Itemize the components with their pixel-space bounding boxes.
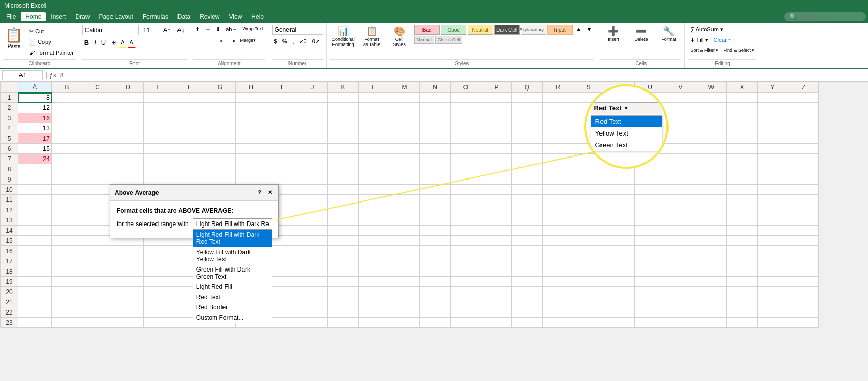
cell-M6[interactable] [389,144,420,154]
cell-Q18[interactable] [512,266,543,277]
cell-P21[interactable] [481,297,512,307]
cell-U13[interactable] [635,215,665,226]
cell-I4[interactable] [266,123,297,133]
cell-T15[interactable] [604,236,635,246]
cell-P19[interactable] [481,277,512,287]
cell-B11[interactable] [52,195,82,205]
cell-J15[interactable] [297,236,328,246]
cell-D2[interactable] [113,103,144,113]
cell-U8[interactable] [635,164,665,174]
style-dark-cell[interactable]: Dark Cell [494,25,520,35]
cell-D17[interactable] [113,256,144,266]
cell-S15[interactable] [573,236,604,246]
cell-O1[interactable] [451,93,481,103]
col-header-q[interactable]: Q [512,82,543,93]
styles-scroll-down[interactable]: ▼ [585,25,594,35]
row-header-15[interactable]: 15 [1,236,18,246]
cell-R22[interactable] [543,307,573,318]
row-header-6[interactable]: 6 [1,144,18,154]
cell-Y23[interactable] [758,318,788,328]
cell-C19[interactable] [82,277,113,287]
cell-P23[interactable] [481,318,512,328]
row-header-3[interactable]: 3 [1,113,18,123]
cell-C11[interactable] [82,195,113,205]
cell-Q23[interactable] [512,318,543,328]
orientation-button[interactable]: ab→ [224,25,239,34]
cell-B18[interactable] [52,266,82,277]
cell-Y11[interactable] [758,195,788,205]
cell-Q11[interactable] [512,195,543,205]
cell-Y6[interactable] [758,144,788,154]
cell-V20[interactable] [665,287,696,297]
cell-K14[interactable] [328,226,359,236]
cell-J8[interactable] [297,164,328,174]
cell-X21[interactable] [727,297,758,307]
cell-Y8[interactable] [758,164,788,174]
cell-O17[interactable] [451,256,481,266]
cell-J10[interactable] [297,185,328,195]
cell-O19[interactable] [451,277,481,287]
cell-W16[interactable] [696,246,727,256]
cell-U21[interactable] [635,297,665,307]
cell-U6[interactable] [635,144,665,154]
styles-scroll-up[interactable]: ▲ [574,25,584,35]
cell-B6[interactable] [52,144,82,154]
cell-J4[interactable] [297,123,328,133]
cell-C23[interactable] [82,318,113,328]
cell-a15[interactable] [18,236,52,246]
cell-R18[interactable] [543,266,573,277]
cell-E22[interactable] [144,307,174,318]
cell-X2[interactable] [727,103,758,113]
cell-R8[interactable] [543,164,573,174]
cell-X4[interactable] [727,123,758,133]
cell-X8[interactable] [727,164,758,174]
cell-U14[interactable] [635,226,665,236]
row-header-13[interactable]: 13 [1,215,18,226]
cell-J3[interactable] [297,113,328,123]
cell-T13[interactable] [604,215,635,226]
cell-N8[interactable] [420,164,451,174]
cell-P8[interactable] [481,164,512,174]
cell-Z4[interactable] [788,123,819,133]
cell-B1[interactable] [52,93,82,103]
cell-L23[interactable] [359,318,389,328]
col-header-b[interactable]: B [52,82,82,93]
cell-T6[interactable] [604,144,635,154]
cell-M14[interactable] [389,226,420,236]
cell-D3[interactable] [113,113,144,123]
cell-Z23[interactable] [788,318,819,328]
number-format-select[interactable] [272,25,323,35]
cell-O23[interactable] [451,318,481,328]
cell-Q6[interactable] [512,144,543,154]
cell-P18[interactable] [481,266,512,277]
cell-W13[interactable] [696,215,727,226]
cell-a11[interactable] [18,195,52,205]
cell-Q16[interactable] [512,246,543,256]
cell-D9[interactable] [113,174,144,185]
cell-a8[interactable] [18,164,52,174]
cell-B3[interactable] [52,113,82,123]
cell-V14[interactable] [665,226,696,236]
cell-U19[interactable] [635,277,665,287]
cell-C21[interactable] [82,297,113,307]
cell-J22[interactable] [297,307,328,318]
cell-D5[interactable] [113,133,144,144]
cell-W15[interactable] [696,236,727,246]
cell-R10[interactable] [543,185,573,195]
cell-T3[interactable] [604,113,635,123]
comma-button[interactable]: , [291,37,296,47]
copy-button[interactable]: 📄 Copy [27,37,76,47]
cell-Q8[interactable] [512,164,543,174]
percent-button[interactable]: % [280,37,290,47]
dd-option-redborder[interactable]: Red Border [193,302,272,312]
cell-T16[interactable] [604,246,635,256]
menu-draw[interactable]: Draw [71,12,94,21]
cell-M16[interactable] [389,246,420,256]
cell-H5[interactable] [236,133,266,144]
cell-T22[interactable] [604,307,635,318]
cell-X9[interactable] [727,174,758,185]
cell-E20[interactable] [144,287,174,297]
cell-X3[interactable] [727,113,758,123]
style-input[interactable]: Input [547,25,573,35]
cell-M5[interactable] [389,133,420,144]
